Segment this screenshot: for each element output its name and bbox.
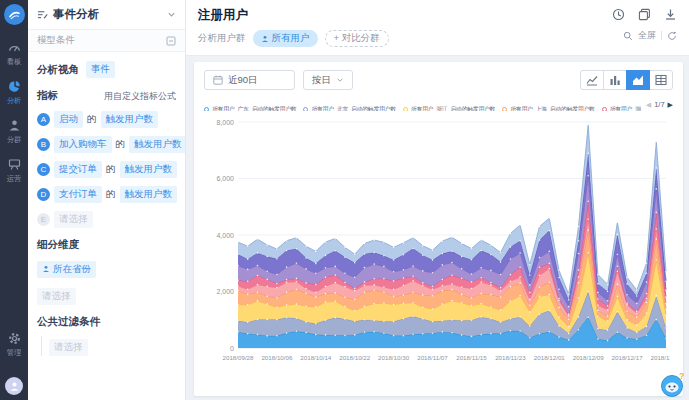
legend-page-indicator: 1/7	[654, 100, 664, 109]
app-window: 看板 分析 分群 运营	[0, 0, 689, 400]
sidebar-item-dashboard[interactable]: 看板	[6, 41, 22, 67]
user-property-icon	[42, 265, 50, 273]
metric-event-chip[interactable]: 支付订单	[54, 186, 102, 203]
panel-title: 事件分析	[53, 7, 99, 22]
sidebar-item-label: 运营	[7, 174, 21, 184]
panel-body: 分析视角 事件 指标 用自定义指标公式 A 启动 的 触发用户数 B 加入购物车…	[28, 52, 185, 400]
calendar-icon	[213, 75, 223, 85]
refresh-icon[interactable]	[667, 31, 677, 41]
legend-next-icon[interactable]: ▶	[668, 101, 673, 109]
sidebar-item-label: 分析	[7, 96, 21, 106]
chart-toolbar: 近90日 按日	[204, 70, 673, 90]
dimension-label: 细分维度	[37, 238, 176, 252]
fullscreen-zoom-icon[interactable]	[623, 31, 633, 41]
fullscreen-label[interactable]: 全屏	[638, 29, 656, 42]
svg-text:2018/12/09: 2018/12/09	[573, 354, 605, 361]
users-icon	[261, 35, 269, 43]
metric-measure-chip[interactable]: 触发用户数	[120, 186, 178, 203]
metric-event-chip[interactable]: 加入购物车	[54, 136, 112, 153]
metric-measure-chip[interactable]: 触发用户数	[129, 136, 185, 153]
collapse-panel-icon[interactable]	[166, 36, 176, 46]
metric-row-placeholder: E 请选择	[37, 211, 176, 228]
metric-badge: A	[37, 113, 50, 126]
sidebar-item-manage[interactable]: 管理	[6, 332, 22, 358]
sidebar-item-label: 管理	[7, 348, 21, 358]
svg-text:?: ?	[679, 371, 685, 381]
custom-formula-link[interactable]: 用自定义指标公式	[104, 90, 176, 103]
legend-item[interactable]: 所有用户_浙江_启动的触发用户数	[403, 105, 495, 111]
svg-text:2018/12/25: 2018/12/25	[651, 354, 670, 361]
table-view-button[interactable]	[649, 70, 673, 90]
brand-logo-icon	[8, 8, 21, 21]
legend-pager: ◀ 1/7 ▶	[641, 98, 673, 111]
legend-item[interactable]: 所有用户_北京_启动的触发用户数	[303, 105, 395, 111]
svg-text:2018/11/07: 2018/11/07	[417, 354, 448, 361]
main-area: 注册用户 分析用户群 所有用户 + 对比分群	[186, 0, 689, 400]
user-avatar[interactable]	[5, 377, 23, 395]
compare-cohort-button[interactable]: + 对比分群	[325, 30, 389, 47]
metric-badge: D	[37, 188, 50, 201]
svg-text:2018/10/14: 2018/10/14	[300, 354, 332, 361]
nav-rail: 看板 分析 分群 运营	[0, 0, 28, 400]
avatar-icon	[9, 381, 20, 392]
chevron-down-icon	[336, 76, 344, 84]
sidebar-item-analysis[interactable]: 分析	[6, 80, 22, 106]
granularity-select[interactable]: 按日	[303, 70, 353, 90]
area-chart-button[interactable]	[626, 70, 650, 90]
svg-text:2018/11/15: 2018/11/15	[456, 354, 487, 361]
download-icon[interactable]	[664, 8, 677, 21]
add-metric-placeholder[interactable]: 请选择	[54, 211, 93, 228]
bar-chart-button[interactable]	[603, 70, 627, 90]
svg-text:2018/12/17: 2018/12/17	[612, 354, 644, 361]
content-area: 近90日 按日	[186, 56, 689, 400]
bar-chart-icon	[609, 74, 621, 86]
model-condition-bar[interactable]: 模型条件	[28, 30, 185, 52]
support-mascot[interactable]: ?	[659, 371, 686, 398]
user-icon	[8, 119, 21, 132]
svg-text:2018/12/01: 2018/12/01	[534, 354, 566, 361]
view-chip-event[interactable]: 事件	[86, 61, 115, 78]
add-filter-placeholder[interactable]: 请选择	[49, 339, 88, 356]
metric-event-chip[interactable]: 启动	[54, 111, 83, 128]
svg-text:4,000: 4,000	[216, 232, 234, 239]
table-icon	[655, 74, 667, 86]
metric-row: D 支付订单 的 触发用户数	[37, 186, 176, 203]
chevron-down-icon[interactable]	[167, 10, 176, 19]
metric-measure-chip[interactable]: 触发用户数	[120, 161, 178, 178]
save-icon[interactable]	[638, 8, 651, 21]
metric-row: A 启动 的 触发用户数	[37, 111, 176, 128]
sidebar-item-cohorts[interactable]: 分群	[6, 119, 22, 145]
line-chart-button[interactable]	[580, 70, 604, 90]
svg-text:8,000: 8,000	[216, 119, 234, 126]
date-range-picker[interactable]: 近90日	[204, 70, 295, 90]
chart-type-toggle	[580, 70, 673, 90]
presentation-icon	[8, 158, 21, 171]
legend-item[interactable]: 所有用户_上海_启动的触发用户数	[502, 105, 594, 111]
legend-prev-icon[interactable]: ◀	[646, 101, 651, 109]
metric-event-chip[interactable]: 提交订单	[54, 161, 102, 178]
report-title: 注册用户	[198, 7, 677, 24]
metric-row: C 提交订单 的 触发用户数	[37, 161, 176, 178]
all-users-pill[interactable]: 所有用户	[253, 30, 318, 47]
analysis-config-panel: 事件分析 模型条件 分析视角 事件 指标 用自定义指标公式 A 启动	[28, 0, 186, 400]
clock-icon[interactable]	[612, 8, 625, 21]
metric-badge: E	[37, 213, 50, 226]
dimension-chip[interactable]: 所在省份	[37, 261, 96, 278]
metric-badge: B	[37, 138, 50, 151]
add-dimension-placeholder[interactable]: 请选择	[37, 288, 76, 305]
svg-text:6,000: 6,000	[216, 175, 234, 182]
legend-item[interactable]: 所有用户_广东_启动的触发用户数	[204, 105, 296, 111]
metric-measure-chip[interactable]: 触发用户数	[101, 111, 159, 128]
svg-text:0: 0	[230, 345, 234, 352]
svg-text:2018/09/28: 2018/09/28	[223, 354, 255, 361]
line-chart-icon	[586, 74, 598, 86]
sidebar-item-operations[interactable]: 运营	[6, 158, 22, 184]
svg-text:2018/11/23: 2018/11/23	[495, 354, 526, 361]
brand-logo[interactable]	[4, 4, 25, 25]
metric-connector: 的	[106, 163, 116, 176]
metric-connector: 的	[116, 138, 126, 151]
chart-legend: 所有用户_广东_启动的触发用户数所有用户_北京_启动的触发用户数所有用户_浙江_…	[204, 98, 673, 111]
stacked-area-chart[interactable]: 02,0004,0006,0008,0002018/09/282018/10/0…	[204, 114, 670, 366]
analysis-group-label: 分析用户群	[198, 32, 246, 45]
svg-text:2018/10/06: 2018/10/06	[261, 354, 293, 361]
